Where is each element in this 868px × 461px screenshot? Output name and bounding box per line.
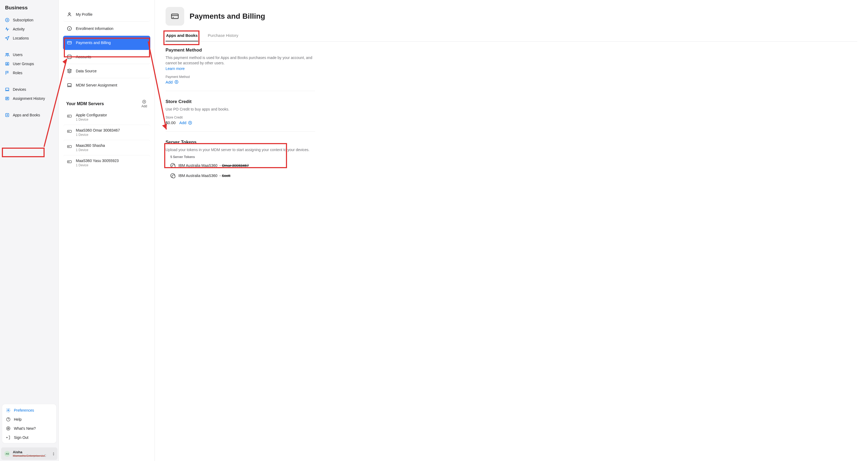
info-icon [67,26,72,31]
subnav-item-payments-and-billing[interactable]: Payments and Billing [63,36,150,50]
subnav-item-my-profile[interactable]: My Profile [63,7,150,22]
gear-icon [6,408,11,413]
activity-icon [5,27,10,31]
tab-purchase-history[interactable]: Purchase History [207,30,239,41]
add-mdm-server-button[interactable]: Add [142,99,147,108]
server-token-item[interactable]: IBM Australia MaaS360 - Scott [165,171,315,181]
subnav-item-data-source[interactable]: Data Source [63,64,150,78]
sidebar-item-activity[interactable]: Activity [2,25,56,34]
sidebar-item-label: Help [14,417,22,422]
apple-square-icon [67,54,72,60]
sidebar-item-user-groups[interactable]: User Groups [2,59,56,68]
sidebar-item-label: Roles [13,71,23,75]
mdm-server-item[interactable]: MaaS360 Omar 30083467 1 Device [63,125,150,140]
add-label: Add [165,80,173,84]
mdm-server-sub: 1 Device [76,148,105,152]
sidebar-item-locations[interactable]: Locations [2,34,56,43]
mdm-server-sub: 1 Device [76,133,120,137]
server-icon [67,159,72,164]
subnav-item-label: Accounts [76,55,91,59]
svg-point-4 [7,63,8,64]
section-heading: Store Credit [165,99,315,104]
payment-method-label: Payment Method [165,75,315,79]
sidebar-item-label: Users [13,53,23,57]
add-label: Add [179,120,186,125]
tab-apps-and-books[interactable]: Apps and Books [165,30,198,41]
card-icon [67,40,72,45]
sidebar-item-help[interactable]: Help [3,415,55,424]
subnav-item-accounts[interactable]: Accounts [63,50,150,64]
svg-point-8 [8,410,9,411]
sidebar-item-label: Activity [13,27,25,31]
mdm-server-item[interactable]: Apple Configurator 1 Device [63,110,150,125]
user-switcher[interactable]: AS Aisha Mamasha Enterprise LLC ▴▾ [1,448,57,460]
token-redacted: Omar 30083467 [222,163,249,167]
subnav-item-label: Payments and Billing [76,40,111,45]
sidebar-item-label: Assignment History [13,96,45,101]
apps-icon [5,113,10,118]
mdm-server-list: Apple Configurator 1 Device MaaS360 Omar… [63,110,150,170]
user-org: Mamasha Enterprise LLC [13,454,50,457]
sidebar-item-whats-new[interactable]: What's New? [3,424,55,433]
avatar: AS [4,451,10,457]
subnav-item-label: My Profile [76,12,92,17]
add-payment-method-button[interactable]: Add [165,80,179,84]
mdm-server-name: MaaS360 Yasu 30055923 [76,159,119,163]
mdm-server-name: Maas360 Shasha [76,143,105,148]
server-icon [67,114,72,119]
subnav-item-label: Data Source [76,69,97,73]
mdm-server-item[interactable]: Maas360 Shasha 1 Device [63,140,150,155]
sidebar-item-roles[interactable]: Roles [2,68,56,78]
sidebar-item-sign-out[interactable]: Sign Out [3,433,55,442]
sidebar-item-label: Sign Out [14,435,28,440]
mdm-server-item[interactable]: MaaS360 Yasu 30055923 1 Device [63,155,150,170]
svg-point-21 [68,131,69,132]
plus-circle-icon [5,18,10,23]
svg-point-11 [69,13,70,14]
svg-point-18 [68,116,69,116]
svg-point-24 [68,146,69,147]
brand-text: Business [5,5,28,11]
server-icon [67,144,72,149]
section-heading: Payment Method [165,48,315,53]
sidebar-item-preferences[interactable]: Preferences [3,406,55,415]
user-name: Aisha [13,450,50,454]
page-title: Payments and Billing [190,12,265,21]
section-body: Use PO Credit to buy apps and books. [165,106,315,112]
sidebar-item-apps-and-books[interactable]: Apps and Books [2,111,56,120]
subnav-item-enrollment-information[interactable]: Enrollment Information [63,22,150,36]
sidebar-item-subscription[interactable]: Subscription [2,16,56,25]
store-credit-label: Store Credit [165,116,315,119]
svg-rect-13 [67,41,71,44]
sidebar-item-label: Devices [13,87,26,92]
main-content: Payments and Billing Apps and Books Purc… [155,0,868,461]
sidebar-item-assignment-history[interactable]: Assignment History [2,94,56,103]
tab-label: Purchase History [208,33,238,38]
subnav-item-label: Enrollment Information [76,26,114,31]
section-body: Upload your tokens in your MDM server to… [165,147,315,152]
subnav-item-mdm-server-assignment[interactable]: MDM Server Assignment [63,78,150,92]
sidebar-item-label: What's New? [14,426,36,431]
sidebar-item-users[interactable]: Users [2,50,56,59]
svg-rect-5 [6,88,9,90]
section-server-tokens: Server Tokens Upload your tokens in your… [165,140,315,187]
sign-out-icon [6,435,11,440]
location-icon [5,36,10,40]
add-store-credit-button[interactable]: Add [179,120,192,125]
card-icon [170,12,179,21]
layers-icon [67,68,72,74]
sidebar-item-devices[interactable]: Devices [2,85,56,94]
mdm-section-title: Your MDM Servers [66,101,104,106]
token-ring-icon [170,163,175,168]
svg-point-19 [69,116,69,116]
svg-point-1 [6,53,7,55]
add-mdm-label: Add [142,104,147,108]
learn-more-link[interactable]: Learn more [165,66,185,71]
sidebar-item-label: Locations [13,36,29,40]
section-payment-method: Payment Method This payment method is us… [165,48,315,91]
laptop-icon [5,87,10,92]
user-groups-icon [5,61,10,66]
section-store-credit: Store Credit Use PO Credit to buy apps a… [165,99,315,132]
server-token-item[interactable]: IBM Australia MaaS360 - Omar 30083467 [165,160,315,171]
tabs: Apps and Books Purchase History [165,30,857,42]
